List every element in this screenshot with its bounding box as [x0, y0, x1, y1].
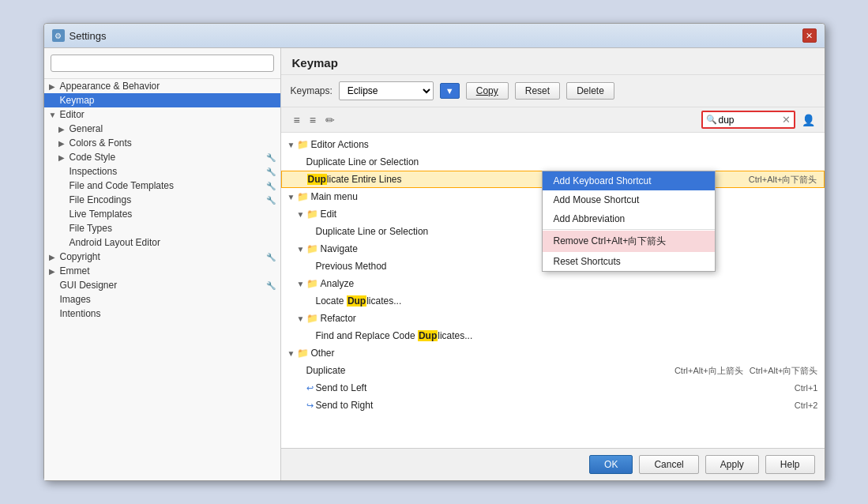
row-label: Editor Actions — [311, 139, 818, 150]
sidebar-item-file-types[interactable]: File Types — [44, 221, 280, 235]
expand-arrow — [297, 384, 306, 393]
arrow-icon — [58, 224, 68, 233]
sidebar-item-label: Editor — [60, 109, 276, 120]
tree-row-duplicate[interactable]: Duplicate Ctrl+Alt+向上箭头 Ctrl+Alt+向下箭头 — [281, 362, 825, 379]
expand-arrow — [306, 228, 316, 236]
keymap-select[interactable]: Eclipse — [339, 81, 434, 100]
close-button[interactable]: ✕ — [802, 28, 817, 43]
tree-row-send-left[interactable]: ↩ Send to Left Ctrl+1 — [281, 379, 825, 397]
search-icon: 🔍 — [706, 115, 717, 125]
tree-row-send-right[interactable]: ↪ Send to Right Ctrl+2 — [281, 397, 825, 414]
expand-arrow — [297, 158, 306, 167]
keymap-search-input[interactable] — [719, 115, 782, 126]
sidebar-item-label: Inspections — [70, 166, 263, 177]
tree-row-refactor[interactable]: ▼ 📁 Refactor — [281, 310, 825, 327]
person-icon[interactable]: 👤 — [802, 114, 815, 126]
apply-button[interactable]: Apply — [705, 455, 759, 474]
arrow-icon — [49, 281, 58, 290]
copy-underline: Copy — [476, 85, 498, 96]
tree-row-locate-duplicates[interactable]: Locate Duplicates... — [281, 292, 825, 310]
arrow-icon: ▶ — [58, 153, 68, 162]
expand-arrow: ▼ — [297, 314, 306, 323]
content-area: ▼ 📁 Editor Actions Duplicate Line or Sel… — [281, 133, 825, 448]
row-label: Find and Replace Code Duplicates... — [316, 330, 818, 341]
send-left-icon: ↩ — [306, 383, 314, 393]
sidebar-item-appearance[interactable]: ▶ Appearance & Behavior — [44, 79, 280, 93]
sidebar-search-area — [44, 48, 280, 79]
sidebar-item-file-code-templates[interactable]: File and Code Templates 🔧 — [44, 179, 280, 193]
sidebar-item-file-encodings[interactable]: File Encodings 🔧 — [44, 193, 280, 207]
tree-row-duplicate-line[interactable]: Duplicate Line or Selection — [281, 153, 825, 171]
sidebar-item-label: Copyright — [60, 251, 263, 262]
arrow-icon: ▶ — [49, 82, 58, 91]
sidebar-search-input[interactable] — [51, 55, 274, 72]
keymap-label: Keymaps: — [291, 85, 333, 96]
arrow-icon — [58, 196, 68, 205]
ok-button[interactable]: OK — [589, 455, 633, 474]
search-clear-icon[interactable]: ✕ — [782, 114, 791, 126]
sidebar-item-copyright[interactable]: ▶ Copyright 🔧 — [44, 250, 280, 264]
sidebar-item-android-layout[interactable]: Android Layout Editor — [44, 235, 280, 250]
title-bar: ⚙ Settings ✕ — [44, 24, 825, 48]
dialog-title: Settings — [70, 30, 107, 42]
arrow-icon — [58, 182, 68, 190]
context-menu-item-remove[interactable]: Remove Ctrl+Alt+向下箭头 — [543, 231, 715, 252]
sidebar-item-label: File Types — [70, 223, 276, 234]
context-menu-item-reset[interactable]: Reset Shortcuts — [543, 252, 715, 271]
sidebar-item-general[interactable]: ▶ General — [44, 122, 280, 136]
panel-header: Keymap — [281, 48, 825, 75]
folder-icon: 📁 — [297, 139, 309, 150]
settings-dialog: ⚙ Settings ✕ ▶ Appearance & Behavior Key… — [43, 23, 825, 481]
expand-arrow: ▼ — [297, 245, 306, 254]
arrow-icon — [58, 239, 68, 247]
tree-row-analyze[interactable]: ▼ 📁 Analyze — [281, 275, 825, 292]
collapse-all-icon[interactable]: ≡ — [306, 112, 319, 128]
context-menu-item-add-abbr[interactable]: Add Abbreviation — [543, 209, 715, 228]
reset-button[interactable]: Reset — [515, 82, 560, 100]
keymap-dropdown-arrow[interactable]: ▼ — [440, 83, 460, 99]
title-bar-left: ⚙ Settings — [52, 29, 107, 42]
expand-arrow — [298, 175, 307, 184]
sidebar-item-label: Live Templates — [70, 209, 276, 220]
sidebar-item-live-templates[interactable]: Live Templates — [44, 207, 280, 221]
sidebar-item-gui-designer[interactable]: GUI Designer 🔧 — [44, 278, 280, 292]
expand-all-icon[interactable]: ≡ — [291, 112, 303, 128]
sidebar-item-label: Appearance & Behavior — [60, 81, 276, 92]
sidebar-item-editor[interactable]: ▼ Editor — [44, 107, 280, 122]
arrow-icon: ▶ — [58, 125, 68, 134]
sidebar-item-label: Android Layout Editor — [70, 237, 276, 248]
sidebar-item-code-style[interactable]: ▶ Code Style 🔧 — [44, 150, 280, 164]
help-button[interactable]: Help — [765, 455, 815, 474]
badge-icon: 🔧 — [266, 253, 276, 261]
folder-icon: 📁 — [306, 278, 318, 289]
tree-row-other[interactable]: ▼ 📁 Other — [281, 344, 825, 362]
arrow-icon — [49, 96, 58, 105]
sidebar-item-keymap[interactable]: Keymap — [44, 93, 280, 107]
shortcut-label: Ctrl+1 — [795, 383, 818, 393]
dialog-body: ▶ Appearance & Behavior Keymap ▼ Editor … — [44, 48, 825, 480]
dup-highlight: Dup — [418, 330, 438, 341]
sidebar-tree: ▶ Appearance & Behavior Keymap ▼ Editor … — [44, 79, 280, 480]
sidebar-item-label: File and Code Templates — [70, 180, 263, 191]
sidebar-item-emmet[interactable]: ▶ Emmet — [44, 264, 280, 278]
context-menu-divider — [543, 229, 715, 230]
badge-icon: 🔧 — [266, 167, 276, 176]
tree-row-editor-actions[interactable]: ▼ 📁 Editor Actions — [281, 136, 825, 153]
edit-icon[interactable]: ✏ — [322, 112, 338, 128]
cancel-button[interactable]: Cancel — [639, 455, 698, 474]
row-label: Locate Duplicates... — [316, 295, 818, 307]
tree-row-find-replace-dup[interactable]: Find and Replace Code Duplicates... — [281, 327, 825, 344]
expand-arrow: ▼ — [297, 280, 306, 288]
context-menu-item-add-keyboard[interactable]: Add Keyboard Shortcut — [543, 171, 715, 190]
sidebar-item-images[interactable]: Images — [44, 292, 280, 307]
arrow-icon: ▶ — [49, 267, 58, 276]
sidebar-item-inspections[interactable]: Inspections 🔧 — [44, 164, 280, 179]
copy-button[interactable]: Copy — [466, 82, 509, 100]
sidebar-item-intentions[interactable]: Intentions — [44, 307, 280, 321]
sidebar-item-label: Colors & Fonts — [70, 137, 276, 149]
expand-arrow — [306, 297, 316, 306]
arrow-icon — [58, 167, 68, 176]
context-menu-item-add-mouse[interactable]: Add Mouse Shortcut — [543, 190, 715, 209]
delete-button[interactable]: Delete — [566, 82, 614, 100]
sidebar-item-colors-fonts[interactable]: ▶ Colors & Fonts — [44, 136, 280, 150]
